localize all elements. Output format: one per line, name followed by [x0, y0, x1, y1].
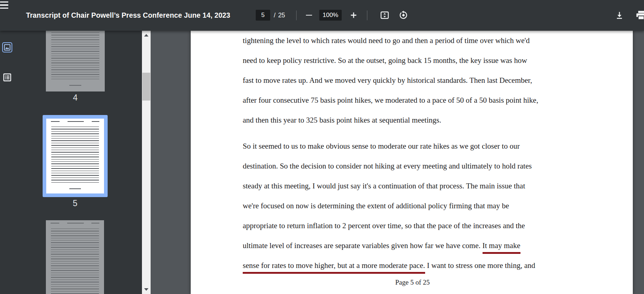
page-total-value: 25: [278, 12, 285, 19]
text-line: ultimate level of increases are separate…: [243, 236, 589, 256]
thumbnail-page-5-selected[interactable]: [43, 115, 108, 197]
page-separator: /: [274, 12, 276, 19]
thumbnail-header-line: [51, 223, 99, 223]
outline-view-button[interactable]: [3, 73, 12, 82]
thumbnail-page-surface: [46, 119, 104, 193]
text-line: appropriate to return inflation to 2 per…: [243, 216, 589, 236]
download-icon: [615, 11, 624, 20]
sidebar-scrollbar[interactable]: [142, 31, 151, 294]
zoom-out-icon: [306, 15, 312, 16]
zoom-in-icon: [350, 12, 357, 19]
page-number-footer: Page 5 of 25: [243, 276, 582, 289]
thumbnails-view-button[interactable]: [2, 42, 12, 52]
scrollbar-up-arrow[interactable]: [144, 34, 148, 37]
thumbnail-footer-line: [69, 188, 81, 189]
thumbnail-text-lines: [51, 227, 99, 294]
red-underlined-text: It may make: [483, 241, 520, 254]
toolbar-divider: [296, 10, 297, 20]
rotate-button[interactable]: [397, 9, 410, 21]
red-underlined-text: sense for rates to move higher, but at a…: [243, 261, 425, 274]
text-line: need to keep policy restrictive. So at t…: [243, 51, 589, 71]
thumbnail-footer-line: [69, 85, 81, 86]
rotate-counterclockwise-icon: [399, 10, 408, 20]
text-line: after four consecutive 75 basis point hi…: [243, 90, 589, 110]
text-segment: ultimate level of increases are separate…: [243, 241, 483, 250]
print-icon: [636, 10, 644, 20]
fit-page-icon: [380, 10, 389, 20]
image-icon: [4, 44, 10, 51]
print-button[interactable]: [635, 9, 644, 21]
download-button[interactable]: [613, 9, 626, 21]
scrollbar-thumb[interactable]: [142, 73, 150, 101]
text-segment: I want to stress one more thing, and: [425, 261, 535, 270]
menu-icon: [0, 1, 8, 3]
text-line: tightening the level to which rates woul…: [243, 31, 589, 51]
sidebar: 4 5: [0, 31, 151, 294]
thumbnail-text-lines: [51, 31, 100, 80]
document-title: Transcript of Chair Powell’s Press Confe…: [26, 0, 230, 31]
text-line: So it seemed to us to make obvious sense…: [243, 136, 589, 156]
pdf-viewer-area: tightening the level to which rates woul…: [151, 31, 644, 294]
zoom-out-button[interactable]: [303, 9, 315, 21]
paragraph: So it seemed to us to make obvious sense…: [243, 136, 589, 276]
thumbnail-label-5: 5: [43, 199, 108, 208]
fit-to-page-button[interactable]: [379, 9, 391, 21]
pdf-page-5: tightening the level to which rates woul…: [191, 31, 633, 294]
thumbnail-page-6[interactable]: [46, 220, 104, 294]
text-line: sense for rates to move higher, but at a…: [243, 256, 589, 276]
page-number-input[interactable]: [256, 10, 270, 21]
text-line: and then this year to 325 basis point hi…: [243, 110, 589, 130]
text-line: we're focused on now is determining the …: [243, 196, 589, 216]
thumbnail-label-4: 4: [46, 93, 105, 103]
scrollbar-down-arrow[interactable]: [144, 288, 148, 291]
thumbnail-page-4[interactable]: [46, 31, 105, 91]
page-text: tightening the level to which rates woul…: [243, 31, 589, 289]
outline-list-icon: [3, 73, 12, 82]
text-line: fast to move rates up. And we moved very…: [243, 71, 589, 90]
zoom-in-button[interactable]: [347, 9, 360, 21]
thumbnail-text-lines: [51, 125, 99, 184]
page-count: / 25: [274, 0, 285, 31]
toolbar-divider: [367, 10, 367, 20]
menu-button[interactable]: [0, 0, 11, 10]
pdf-toolbar: Transcript of Chair Powell’s Press Confe…: [0, 0, 644, 31]
text-line: destination. So the decision to consider…: [243, 156, 589, 176]
zoom-level[interactable]: 100%: [319, 10, 342, 21]
thumbnail-header-line: [51, 121, 99, 122]
paragraph: tightening the level to which rates woul…: [243, 31, 589, 130]
text-line: steady at this meeting, I would just say…: [243, 176, 589, 196]
